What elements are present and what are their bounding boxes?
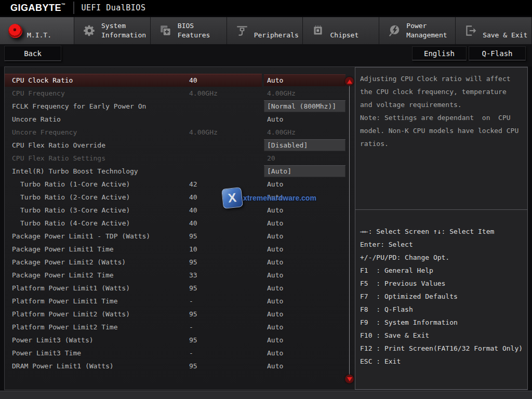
back-button[interactable]: Back xyxy=(4,46,61,61)
setting-label: Turbo Ratio (3-Core Active) xyxy=(20,204,130,217)
tab-chipset[interactable]: Chipset xyxy=(303,17,379,44)
setting-value[interactable]: Auto xyxy=(264,295,345,307)
setting-label-area: Uncore Frequency 4.00GHz xyxy=(5,126,262,139)
setting-label-area: Package Power Limit2 Time 33 xyxy=(5,269,262,282)
setting-value[interactable]: 4.00GHz xyxy=(264,87,345,99)
setting-value[interactable]: Auto xyxy=(264,243,345,255)
setting-label: Package Power Limit1 Time xyxy=(12,243,114,256)
setting-row[interactable]: Platform Power Limit1 Time - Auto xyxy=(5,295,354,308)
mit-target-icon xyxy=(7,23,23,38)
setting-value[interactable]: Auto xyxy=(264,113,345,125)
text-line: F5 : Previous Values xyxy=(360,277,525,290)
setting-row[interactable]: CPU Frequency 4.00GHz 4.00GHz xyxy=(5,87,354,100)
setting-current-value: 10 xyxy=(189,243,197,256)
setting-row[interactable]: Package Power Limit1 - TDP (Watts) 95 Au… xyxy=(5,230,354,243)
tab-mit[interactable]: M.I.T. xyxy=(0,17,74,44)
setting-row[interactable]: Package Power Limit1 Time 10 Auto xyxy=(5,243,354,256)
setting-row[interactable]: Platform Power Limit2 (Watts) 95 Auto xyxy=(5,308,354,321)
setting-value[interactable]: Auto xyxy=(264,256,345,268)
setting-value[interactable]: [Normal (800Mhz)] xyxy=(264,100,345,112)
setting-label: CPU Clock Ratio xyxy=(12,74,73,87)
setting-row[interactable]: Turbo Ratio (3-Core Active) 40 Auto xyxy=(5,204,354,217)
setting-value[interactable]: Auto xyxy=(264,282,345,294)
setting-row[interactable]: CPU Flex Ratio Settings 20 xyxy=(5,152,354,165)
trademark-symbol: ™ xyxy=(61,3,66,7)
setting-value[interactable]: Auto xyxy=(264,191,345,203)
setting-row[interactable]: Turbo Ratio (1-Core Active) 42 Auto xyxy=(5,178,354,191)
scroll-down-button[interactable] xyxy=(345,375,354,383)
setting-value[interactable]: Auto xyxy=(264,217,345,229)
language-button[interactable]: English xyxy=(412,46,467,61)
setting-label-area: Power Limit3 Time - xyxy=(5,347,262,360)
setting-label-area: Package Power Limit2 (Watts) 95 xyxy=(5,256,262,269)
setting-row[interactable]: FCLK Frequency for Early Power On [Norma… xyxy=(5,100,354,113)
setting-row[interactable]: Power Limit3 (Watts) 95 Auto xyxy=(5,334,354,347)
setting-value[interactable]: Auto xyxy=(264,230,345,242)
setting-row[interactable]: DRAM Power Limit1 (Watts) 95 Auto xyxy=(5,360,354,373)
setting-label: DRAM Power Limit1 (Watts) xyxy=(12,360,114,373)
setting-label-area: Platform Power Limit2 Time - xyxy=(5,321,262,334)
qflash-button[interactable]: Q-Flash xyxy=(469,46,526,61)
power-bolt-icon xyxy=(387,23,402,38)
setting-value[interactable]: Auto xyxy=(264,334,345,346)
setting-current-value: - xyxy=(189,321,193,334)
setting-row[interactable]: Turbo Ratio (2-Core Active) 40 Auto xyxy=(5,191,354,204)
text-line: ratios. xyxy=(360,137,524,150)
title-divider xyxy=(73,2,74,14)
setting-label: Platform Power Limit2 Time xyxy=(12,321,118,334)
setting-row[interactable]: Uncore Frequency 4.00GHz 4.00GHz xyxy=(5,126,354,139)
setting-value[interactable]: Auto xyxy=(264,204,345,216)
setting-value[interactable]: 4.00GHz xyxy=(264,126,345,138)
setting-value[interactable]: [Disabled] xyxy=(264,139,345,151)
setting-row[interactable]: CPU Flex Ratio Override [Disabled] xyxy=(5,139,354,152)
setting-row[interactable]: Platform Power Limit2 Time - Auto xyxy=(5,321,354,334)
setting-row[interactable]: Platform Power Limit1 (Watts) 95 Auto xyxy=(5,282,354,295)
setting-row[interactable]: Turbo Ratio (4-Core Active) 40 Auto xyxy=(5,217,354,230)
setting-label-area: FCLK Frequency for Early Power On xyxy=(5,100,262,113)
setting-value[interactable]: Auto xyxy=(264,178,345,190)
exit-icon xyxy=(463,23,478,38)
tab-bios-features[interactable]: BIOS Features xyxy=(151,17,227,44)
setting-row[interactable]: Package Power Limit2 Time 33 Auto xyxy=(5,269,354,282)
tab-power-management[interactable]: Power Management xyxy=(379,17,456,44)
tab-label: Power Management xyxy=(406,19,455,43)
scrollbar-track[interactable] xyxy=(349,86,350,375)
setting-label-area: Turbo Ratio (1-Core Active) 42 xyxy=(5,178,262,191)
setting-value[interactable]: Auto xyxy=(264,74,345,86)
setting-label: Power Limit3 (Watts) xyxy=(12,334,94,347)
text-line: F12 : Print Screen(FAT16/32 Format Only) xyxy=(360,342,525,355)
setting-current-value: 4.00GHz xyxy=(189,87,218,100)
title-bar: GIGABYTE™ UEFI DualBIOS xyxy=(0,0,532,16)
text-line: +/-/PU/PD: Change Opt. xyxy=(360,251,525,264)
setting-value[interactable]: 20 xyxy=(264,152,345,164)
setting-label: Package Power Limit2 Time xyxy=(12,269,114,282)
setting-label: CPU Flex Ratio Settings xyxy=(12,152,105,165)
setting-value[interactable]: Auto xyxy=(264,308,345,320)
setting-row[interactable]: Intel(R) Turbo Boost Technology [Auto] xyxy=(5,165,354,178)
text-line: F9 : System Information xyxy=(360,316,525,329)
tab-system-information[interactable]: System Information xyxy=(74,17,151,44)
setting-current-value: 33 xyxy=(189,269,197,282)
setting-value[interactable]: Auto xyxy=(264,360,345,372)
setting-row[interactable]: Power Limit3 Time - Auto xyxy=(5,347,354,360)
setting-label: Uncore Ratio xyxy=(12,113,61,126)
setting-label: Platform Power Limit1 (Watts) xyxy=(12,282,130,295)
setting-value[interactable]: [Auto] xyxy=(264,165,345,177)
sub-bar: Back English Q-Flash xyxy=(0,44,532,66)
setting-label-area: Platform Power Limit2 (Watts) 95 xyxy=(5,308,262,321)
setting-label-area: CPU Flex Ratio Override xyxy=(5,139,262,152)
tab-save-exit[interactable]: Save & Exit xyxy=(456,17,532,44)
setting-value[interactable]: Auto xyxy=(264,347,345,359)
setting-row[interactable]: CPU Clock Ratio 40 Auto xyxy=(5,74,354,87)
bottom-strip xyxy=(0,391,532,399)
setting-row[interactable]: Uncore Ratio Auto xyxy=(5,113,354,126)
tab-peripherals[interactable]: Peripherals xyxy=(227,17,303,44)
help-text: Adjusting CPU Clock ratio will affectthe… xyxy=(360,72,524,150)
help-panel-divider xyxy=(355,209,527,210)
setting-value[interactable]: Auto xyxy=(264,269,345,281)
setting-label-area: CPU Flex Ratio Settings xyxy=(5,152,262,165)
setting-row[interactable]: Package Power Limit2 (Watts) 95 Auto xyxy=(5,256,354,269)
setting-value[interactable]: Auto xyxy=(264,321,345,333)
text-line: F8 : Q-Flash xyxy=(360,303,525,316)
scroll-up-button[interactable] xyxy=(345,77,354,86)
